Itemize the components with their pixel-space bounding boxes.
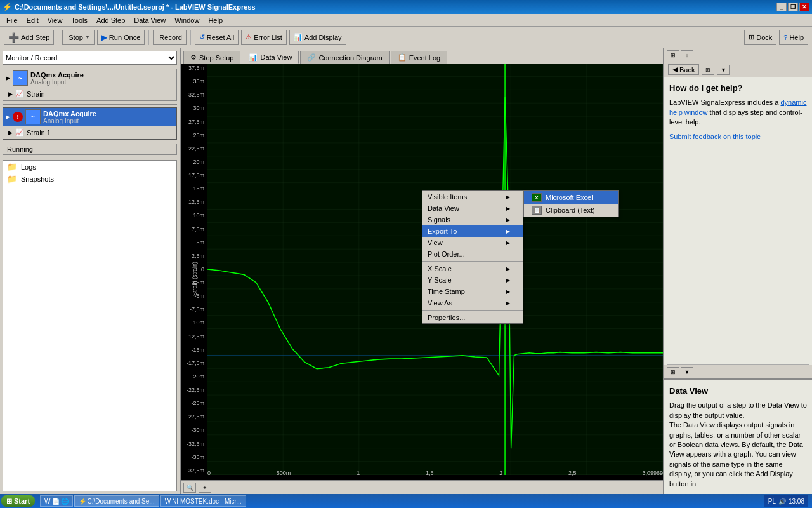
record-button[interactable]: Record bbox=[153, 30, 186, 45]
menu-tools[interactable]: Tools bbox=[67, 16, 91, 25]
taskbar: ⊞ Start W 📄 🌐 ⚡ C:\Documents and Se... W… bbox=[0, 494, 812, 508]
step-1-expand[interactable]: ▶ bbox=[6, 75, 10, 81]
connection-diagram-icon: 🔗 bbox=[307, 53, 316, 62]
start-icon: ⊞ bbox=[6, 497, 12, 505]
monitor-dropdown[interactable]: Monitor / Record bbox=[3, 51, 177, 65]
help-toolbar-btn2[interactable]: ↓ bbox=[681, 50, 693, 60]
sys-tray: PL 🔊 13:08 bbox=[764, 495, 808, 507]
taskbar-item-word[interactable]: W 📄 🌐 bbox=[40, 495, 72, 507]
ctx-view-as[interactable]: View As ▶ bbox=[422, 297, 523, 309]
chart-expand-button[interactable]: + bbox=[199, 483, 211, 493]
running-status: Running bbox=[7, 145, 33, 153]
channel-icon: 📈 bbox=[15, 90, 24, 98]
back-button[interactable]: ◀ Back bbox=[668, 64, 699, 75]
taskbar-item-word2[interactable]: W NI MOSTEK.doc - Micr... bbox=[160, 495, 246, 507]
help-toolbar2-btn1[interactable]: ⊞ bbox=[667, 367, 679, 377]
step-2-expand[interactable]: ▶ bbox=[6, 114, 10, 120]
ctx-signals[interactable]: Signals ▶ bbox=[422, 214, 523, 225]
toolbar-separator2 bbox=[148, 30, 149, 45]
menu-add-step[interactable]: Add Step bbox=[93, 16, 129, 25]
run-once-icon: ▶ bbox=[102, 33, 107, 42]
tab-data-view[interactable]: 📊 Data View bbox=[242, 51, 299, 64]
logs-label: Logs bbox=[21, 163, 36, 171]
tab-bar: ⚙ Step Setup 📊 Data View 🔗 Connection Di… bbox=[181, 48, 663, 64]
help-paragraph1: LabVIEW SignalExpress includes a dynamic… bbox=[669, 98, 807, 127]
taskbar-item-labview[interactable]: ⚡ C:\Documents and Se... bbox=[74, 495, 159, 507]
monitor-dropdown-container: Monitor / Record bbox=[3, 51, 177, 65]
menu-bar: File Edit View Tools Add Step Data View … bbox=[0, 14, 812, 27]
panel-divider bbox=[3, 102, 177, 106]
tab-step-setup[interactable]: ⚙ Step Setup bbox=[183, 51, 240, 64]
taskbar-right: PL 🔊 13:08 bbox=[764, 495, 811, 507]
logs-item[interactable]: 📁 Logs bbox=[3, 161, 176, 173]
step-1-header[interactable]: ▶ ~ DAQmx Acquire Analog Input bbox=[3, 69, 176, 87]
help-collapse-btn[interactable]: ▼ bbox=[717, 65, 730, 75]
add-display-button[interactable]: 📊 Add Display bbox=[289, 30, 346, 45]
channel-expand[interactable]: ▶ bbox=[8, 91, 13, 97]
ctx-view[interactable]: View ▶ bbox=[422, 237, 523, 248]
sub-microsoft-excel[interactable]: X Microsoft Excel bbox=[524, 191, 618, 204]
running-bar: Running bbox=[3, 144, 177, 155]
feedback-link[interactable]: Submit feedback on this topic bbox=[669, 133, 761, 140]
menu-view[interactable]: View bbox=[44, 16, 67, 25]
start-button[interactable]: ⊞ Start bbox=[1, 495, 35, 507]
event-log-icon: 📋 bbox=[398, 53, 407, 62]
sub-clipboard-text[interactable]: 📋 Clipboard (Text) bbox=[524, 204, 618, 217]
menu-edit[interactable]: Edit bbox=[23, 16, 43, 25]
chart-area[interactable]: 37,5m 35m 32,5m 30m 27,5m 25m 22,5m 20m … bbox=[181, 64, 663, 494]
help-toolbar-btn1[interactable]: ⊞ bbox=[667, 50, 679, 60]
reset-all-button[interactable]: ↺ Reset All bbox=[195, 30, 239, 45]
help-button[interactable]: ? Help bbox=[779, 30, 808, 45]
error-badge: ! bbox=[13, 112, 23, 122]
step-2-info: DAQmx Acquire Analog Input bbox=[43, 110, 96, 124]
minimize-button[interactable]: _ bbox=[776, 3, 787, 11]
ctx-export-to[interactable]: Export To ▶ bbox=[422, 225, 523, 237]
left-panel: Monitor / Record ▶ ~ DAQmx Acquire Analo… bbox=[0, 48, 181, 494]
logs-snapshots-panel: 📁 Logs 📁 Snapshots bbox=[3, 160, 177, 491]
channel2-expand[interactable]: ▶ bbox=[8, 130, 13, 136]
help-toolbar2-btn2[interactable]: ▼ bbox=[681, 367, 693, 377]
ctx-visible-items[interactable]: Visible Items ▶ bbox=[422, 191, 523, 203]
export-submenu: X Microsoft Excel 📋 Clipboard (Text) bbox=[523, 190, 619, 217]
right-area: ⚙ Step Setup 📊 Data View 🔗 Connection Di… bbox=[181, 48, 663, 494]
reset-icon: ↺ bbox=[199, 33, 205, 41]
channel2-icon: 📈 bbox=[15, 128, 24, 137]
help-options-btn[interactable]: ⊞ bbox=[702, 65, 714, 75]
snapshots-item[interactable]: 📁 Snapshots bbox=[3, 173, 176, 185]
error-list-button[interactable]: ⚠ Error List bbox=[241, 30, 287, 45]
help-content-section1: How do I get help? LabVIEW SignalExpress… bbox=[664, 77, 812, 364]
step-setup-icon: ⚙ bbox=[190, 53, 197, 62]
stop-button[interactable]: Stop ▼ bbox=[62, 30, 95, 45]
locale-indicator: PL bbox=[768, 498, 776, 505]
close-button[interactable]: ✕ bbox=[799, 3, 809, 11]
help-section2-text2: The Data View displays output signals in… bbox=[669, 420, 807, 489]
chart-zoom-button[interactable]: 🔍 bbox=[183, 483, 196, 493]
stop-dropdown-arrow[interactable]: ▼ bbox=[85, 34, 90, 40]
tab-connection-diagram[interactable]: 🔗 Connection Diagram bbox=[300, 51, 389, 64]
ctx-plot-order[interactable]: Plot Order... bbox=[422, 248, 523, 260]
window-title: C:\Documents and Settings\...\Untitled.s… bbox=[15, 3, 256, 11]
back-icon: ◀ bbox=[672, 65, 678, 74]
menu-help[interactable]: Help bbox=[204, 16, 226, 25]
restore-button[interactable]: ❐ bbox=[788, 3, 798, 11]
add-step-icon: ➕ bbox=[8, 32, 19, 43]
menu-data-view[interactable]: Data View bbox=[130, 16, 169, 25]
ctx-y-scale[interactable]: Y Scale ▶ bbox=[422, 274, 523, 286]
ctx-properties[interactable]: Properties... bbox=[422, 312, 523, 323]
toolbar-separator bbox=[58, 30, 58, 45]
menu-window[interactable]: Window bbox=[171, 16, 203, 25]
tab-event-log[interactable]: 📋 Event Log bbox=[391, 51, 448, 64]
channel2-label: Strain 1 bbox=[27, 129, 51, 137]
step-2-header[interactable]: ▶ ! ~ DAQmx Acquire Analog Input bbox=[3, 108, 176, 126]
step-2-container: ▶ ! ~ DAQmx Acquire Analog Input ▶ 📈 Str… bbox=[3, 107, 177, 140]
data-view-icon: 📊 bbox=[249, 53, 258, 62]
ctx-data-view[interactable]: Data View ▶ bbox=[422, 203, 523, 214]
dock-button[interactable]: ⊞ Dock bbox=[744, 30, 776, 45]
run-once-button[interactable]: ▶ Run Once bbox=[97, 30, 145, 45]
ctx-x-scale[interactable]: X Scale ▶ bbox=[422, 263, 523, 274]
ctx-time-stamp[interactable]: Time Stamp ▶ bbox=[422, 286, 523, 297]
step-2-channel-row: ▶ 📈 Strain 1 bbox=[8, 127, 174, 138]
help-section2-title: Data View bbox=[669, 385, 807, 397]
menu-file[interactable]: File bbox=[3, 16, 22, 25]
add-step-button[interactable]: ➕ Add Step bbox=[4, 30, 54, 45]
